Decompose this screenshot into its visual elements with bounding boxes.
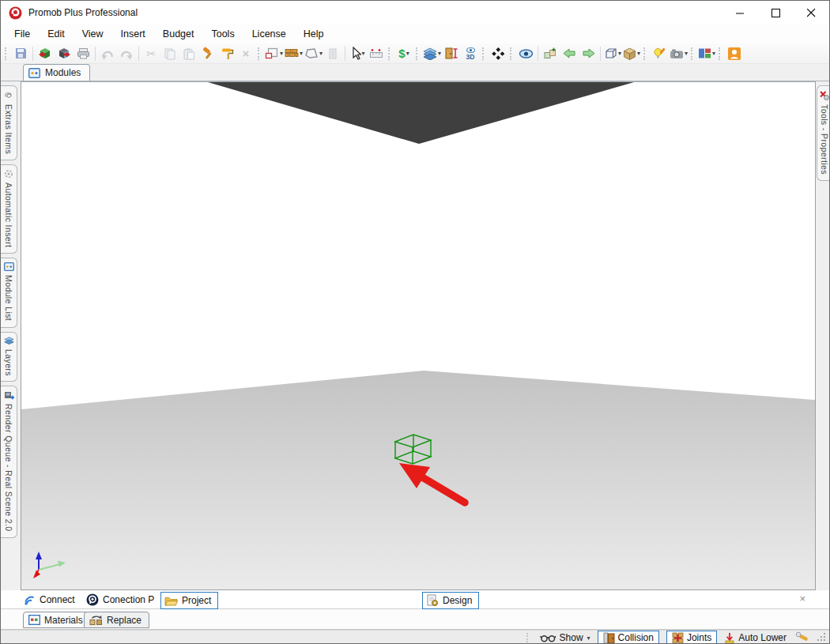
sidebar-tab-layers[interactable]: Layers	[1, 332, 17, 382]
toolbar-separator	[32, 47, 33, 61]
chevron-down-icon: ▾	[300, 50, 303, 57]
toolbar-grip[interactable]	[482, 47, 486, 60]
right-sidebar: Tools - Properties	[816, 81, 830, 590]
tab-project[interactable]: Project	[160, 592, 218, 609]
status-bar: Show ▾ Collision Joints Auto Lower	[1, 630, 829, 644]
tools-icon	[819, 90, 829, 100]
sidebar-tab-automatic-insert[interactable]: Automatic Insert	[1, 164, 17, 254]
column-icon[interactable]	[323, 44, 342, 63]
insert-module-icon[interactable]	[541, 44, 560, 63]
shape-icon[interactable]: ▾	[304, 44, 323, 63]
close-button[interactable]	[794, 1, 829, 24]
joints-label: Joints	[687, 632, 711, 643]
resize-grip[interactable]	[817, 632, 826, 644]
cut-icon[interactable]: ✂	[141, 44, 160, 63]
render-queue-icon	[4, 390, 14, 400]
glasses-icon	[540, 634, 556, 642]
menu-view[interactable]: View	[74, 25, 112, 43]
visibility-eye-icon[interactable]	[516, 44, 535, 63]
navigate-forward-icon[interactable]	[579, 44, 598, 63]
paint-wall-icon[interactable]	[217, 44, 236, 63]
open-project-icon[interactable]	[36, 44, 55, 63]
sidebar-tab-label: Automatic Insert	[4, 183, 13, 247]
3d-scene[interactable]	[21, 82, 815, 589]
account-icon[interactable]	[725, 44, 744, 63]
menu-tools[interactable]: Tools	[202, 25, 243, 43]
title-bar: Promob Plus Professional	[1, 1, 829, 24]
menu-insert[interactable]: Insert	[112, 25, 154, 43]
minimize-button[interactable]	[722, 1, 758, 24]
wall-icon[interactable]: ▾	[284, 44, 304, 63]
menu-file[interactable]: File	[6, 25, 39, 43]
toolbar-grip[interactable]	[719, 47, 722, 60]
select-cursor-icon[interactable]: ▾	[348, 44, 367, 63]
viewport-3d[interactable]	[21, 81, 816, 590]
layers-icon	[4, 337, 14, 345]
navigate-back-icon[interactable]	[560, 44, 579, 63]
toolbar-grip[interactable]	[5, 47, 9, 60]
measure-icon[interactable]	[367, 44, 386, 63]
joints-toggle-button[interactable]: Joints	[666, 631, 717, 644]
environment-icon[interactable]: ▾	[264, 44, 284, 63]
display-mode-icon[interactable]: ▾	[603, 44, 622, 63]
menu-bar: File Edit View Insert Budget Tools Licen…	[1, 24, 829, 43]
budget-icon[interactable]: $▾	[394, 44, 413, 63]
menu-help[interactable]: Help	[295, 25, 333, 43]
paperclip-icon	[4, 90, 13, 100]
tab-replace[interactable]: Replace	[84, 612, 149, 628]
move-points-icon[interactable]	[489, 44, 507, 63]
delete-icon[interactable]: ×	[236, 44, 255, 63]
render-style-icon[interactable]: ▾	[697, 44, 716, 63]
toolbar-grip[interactable]	[416, 47, 420, 60]
toolbar: ✂ × ▾ ▾ ▾ ▾ $▾ ▾ 3D ▾ ▾ ▾ ▾	[1, 43, 829, 64]
tab-design-label: Design	[443, 595, 472, 606]
box-view-icon[interactable]: ▾	[622, 44, 641, 63]
menu-budget[interactable]: Budget	[154, 25, 203, 43]
tab-connect[interactable]: Connect	[23, 593, 75, 607]
redo-icon[interactable]	[117, 44, 136, 63]
show-dropdown[interactable]: Show ▾	[540, 632, 590, 643]
sidebar-tab-render-queue[interactable]: Render Queue - Real Scene 2.0	[1, 386, 17, 538]
window-title: Promob Plus Professional	[28, 7, 138, 18]
panel-tab-strip: Materials Replace	[1, 609, 829, 630]
toolbar-grip[interactable]	[258, 47, 262, 60]
maximize-button[interactable]	[758, 1, 794, 24]
menu-license[interactable]: License	[243, 25, 295, 43]
tab-strip-close-button[interactable]: ×	[799, 593, 805, 604]
lighting-icon[interactable]	[650, 44, 669, 63]
tab-design[interactable]: Design	[422, 592, 479, 609]
toolbar-grip[interactable]	[691, 47, 695, 60]
sidebar-tab-extras-items[interactable]: Extras Items	[1, 85, 17, 160]
undo-icon[interactable]	[98, 44, 117, 63]
build-hammer-icon[interactable]	[198, 44, 217, 63]
document-tab-strip: Connect Conection P Project Design ×	[1, 590, 829, 609]
tab-conection-p[interactable]: Conection P	[86, 593, 154, 607]
door-measure-icon[interactable]	[442, 44, 461, 63]
copy-icon[interactable]	[160, 44, 179, 63]
save-icon[interactable]	[11, 44, 30, 63]
menu-edit[interactable]: Edit	[39, 25, 74, 43]
tab-materials[interactable]: Materials	[23, 612, 91, 628]
sidebar-tab-tools-properties[interactable]: Tools - Properties	[817, 85, 830, 181]
sidebar-tab-label: Layers	[4, 349, 13, 376]
sidebar-tab-label: Tools - Properties	[820, 104, 829, 175]
tab-modules-label: Modules	[45, 67, 81, 78]
layers-view-icon[interactable]: ▾	[422, 44, 442, 63]
view-3d-icon[interactable]: 3D	[461, 44, 480, 63]
chevron-down-icon: ▾	[637, 50, 640, 57]
auto-lower-button[interactable]: Auto Lower	[724, 632, 787, 644]
sidebar-tab-module-list[interactable]: Module List	[1, 258, 17, 327]
tab-replace-label: Replace	[107, 615, 141, 626]
show-label: Show	[560, 632, 583, 643]
toolbar-grip[interactable]	[643, 47, 647, 60]
print-icon[interactable]	[74, 44, 92, 63]
wand-icon[interactable]	[794, 631, 809, 644]
tab-modules[interactable]: Modules	[23, 64, 90, 81]
toolbar-grip[interactable]	[510, 47, 514, 60]
promob-logo-icon	[9, 6, 22, 20]
export-project-icon[interactable]	[55, 44, 74, 63]
toolbar-grip[interactable]	[388, 47, 392, 60]
collision-toggle-button[interactable]: Collision	[598, 631, 659, 644]
camera-icon[interactable]: ▾	[669, 44, 689, 63]
paste-icon[interactable]	[179, 44, 198, 63]
